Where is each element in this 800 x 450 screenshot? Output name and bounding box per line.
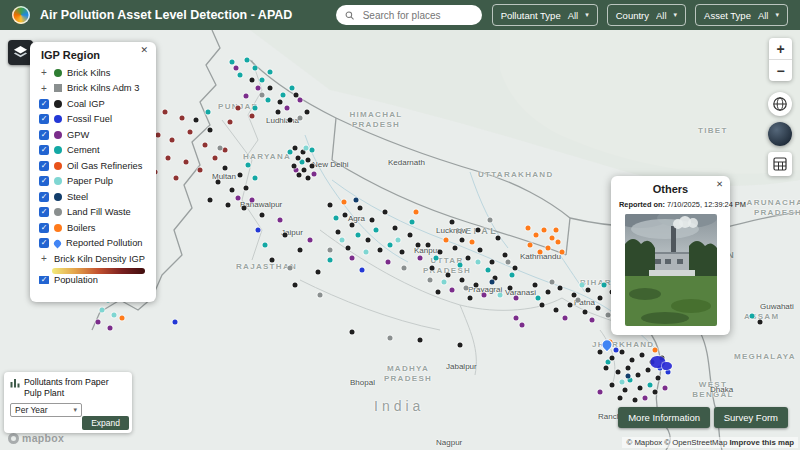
map-marker[interactable] <box>550 236 555 241</box>
map-marker[interactable] <box>626 366 631 371</box>
map-marker[interactable] <box>173 320 178 325</box>
map-marker[interactable] <box>643 396 648 401</box>
map-marker[interactable] <box>653 348 658 353</box>
map-marker[interactable] <box>350 330 355 335</box>
map-marker[interactable] <box>328 248 333 253</box>
map-marker[interactable] <box>510 273 515 278</box>
map-marker[interactable] <box>174 176 179 181</box>
map-marker[interactable] <box>606 313 611 318</box>
asset-type-filter[interactable]: Asset TypeAll▾ <box>695 4 788 26</box>
map-marker[interactable] <box>402 266 407 271</box>
legend-item-brick-kiln-density-igp[interactable]: +Brick Kiln Density IGP <box>39 251 147 267</box>
legend-item-reported-pollution[interactable]: ✓Reported Pollution <box>39 236 147 252</box>
expand-plus-icon[interactable]: + <box>39 83 49 94</box>
map-marker[interactable] <box>388 336 393 341</box>
checkbox-checked[interactable]: ✓ <box>39 223 49 233</box>
map-marker[interactable] <box>610 383 615 388</box>
map-marker[interactable] <box>614 348 619 353</box>
map-marker[interactable] <box>234 66 239 71</box>
filter-value[interactable]: All <box>758 10 769 21</box>
map-marker[interactable] <box>554 308 559 313</box>
map-marker[interactable] <box>556 240 561 245</box>
map-marker[interactable] <box>393 226 398 231</box>
legend-item-fossil-fuel[interactable]: ✓Fossil Fuel <box>39 112 147 128</box>
survey-form-button[interactable]: Survey Form <box>714 407 788 428</box>
map-marker[interactable] <box>250 198 255 203</box>
map-marker[interactable] <box>546 246 551 251</box>
map-marker[interactable] <box>534 233 539 238</box>
map-marker[interactable] <box>285 106 290 111</box>
map-marker[interactable] <box>620 350 625 355</box>
map-marker[interactable] <box>506 260 511 265</box>
map-marker[interactable] <box>293 283 298 288</box>
filter-value[interactable]: All <box>568 10 579 21</box>
map-marker[interactable] <box>648 383 653 388</box>
map-marker[interactable] <box>400 250 405 255</box>
map-marker[interactable] <box>238 173 243 178</box>
country-filter[interactable]: CountryAll▾ <box>607 4 686 26</box>
legend-item-land-fill-waste[interactable]: ✓Land Fill Waste <box>39 205 147 221</box>
map-marker[interactable] <box>458 263 463 268</box>
legend-item-gpw[interactable]: ✓GPW <box>39 127 147 143</box>
map-marker[interactable] <box>298 116 303 121</box>
map-marker[interactable] <box>453 246 458 251</box>
map-marker[interactable] <box>358 206 363 211</box>
calculator-button[interactable] <box>768 152 792 176</box>
map-marker[interactable] <box>308 238 313 243</box>
map-marker[interactable] <box>256 86 261 91</box>
map-marker[interactable] <box>350 223 355 228</box>
map-marker[interactable] <box>245 58 250 63</box>
map-marker[interactable] <box>312 172 317 177</box>
map-marker[interactable] <box>486 268 491 273</box>
map-marker[interactable] <box>662 362 672 370</box>
search-box[interactable] <box>336 5 481 25</box>
map-marker[interactable] <box>334 216 339 221</box>
map-marker[interactable] <box>626 374 631 379</box>
map-marker[interactable] <box>350 256 355 261</box>
map-marker[interactable] <box>418 256 423 261</box>
map-marker[interactable] <box>444 238 449 243</box>
map-marker[interactable] <box>416 243 421 248</box>
map-marker[interactable] <box>550 280 555 285</box>
map-marker[interactable] <box>598 296 603 301</box>
map-marker[interactable] <box>342 200 347 205</box>
map-marker[interactable] <box>256 228 261 233</box>
checkbox-checked[interactable]: ✓ <box>39 114 49 124</box>
improve-map-link[interactable]: Improve this map <box>729 438 794 447</box>
map-marker[interactable] <box>598 390 603 395</box>
expand-plus-icon[interactable]: + <box>39 253 49 264</box>
map-marker[interactable] <box>488 218 493 223</box>
map-marker[interactable] <box>316 270 321 275</box>
expand-plus-icon[interactable]: + <box>39 67 49 78</box>
map-marker[interactable] <box>616 370 621 375</box>
map-marker[interactable] <box>378 248 383 253</box>
map-marker[interactable] <box>298 248 303 253</box>
mapbox-attribution-link[interactable]: © Mapbox <box>626 438 662 447</box>
map-marker[interactable] <box>226 203 231 208</box>
map-marker[interactable] <box>450 220 455 225</box>
map-marker[interactable] <box>180 116 185 121</box>
map-marker[interactable] <box>366 238 371 243</box>
map-marker[interactable] <box>208 198 213 203</box>
map-marker[interactable] <box>300 160 305 165</box>
map-marker[interactable] <box>436 290 441 295</box>
map-marker[interactable] <box>476 260 481 265</box>
map-marker[interactable] <box>228 120 233 125</box>
map-marker[interactable] <box>328 258 333 263</box>
map-marker[interactable] <box>623 388 628 393</box>
map-marker[interactable] <box>596 306 601 311</box>
map-marker[interactable] <box>568 303 573 308</box>
map-marker[interactable] <box>340 238 345 243</box>
map-marker[interactable] <box>318 293 323 298</box>
map-marker[interactable] <box>610 356 615 361</box>
map-marker[interactable] <box>426 243 431 248</box>
map-marker[interactable] <box>188 130 193 135</box>
map-marker[interactable] <box>238 73 243 78</box>
map-marker[interactable] <box>250 114 255 119</box>
map-marker[interactable] <box>278 218 283 223</box>
map-marker[interactable] <box>503 253 508 258</box>
map-marker[interactable] <box>508 286 513 291</box>
map-marker[interactable] <box>576 298 581 303</box>
map-marker[interactable] <box>306 176 311 181</box>
search-input[interactable] <box>361 9 473 22</box>
